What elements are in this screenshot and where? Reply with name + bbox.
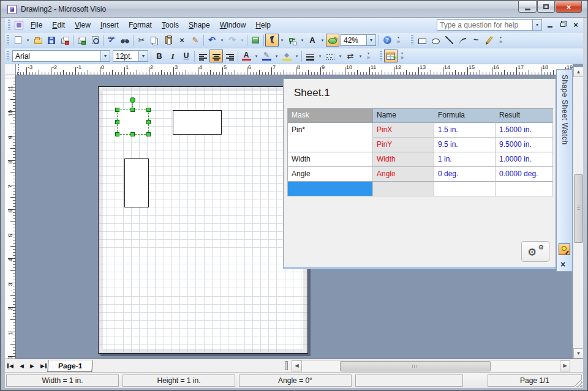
- line-color-button[interactable]: ✎: [260, 50, 273, 62]
- horizontal-scrollbar-thumb[interactable]: [340, 361, 491, 371]
- menu-help[interactable]: Help: [251, 19, 276, 31]
- line-color-button-dropdown[interactable]: ▾: [273, 50, 280, 62]
- font-color-button[interactable]: A: [239, 50, 253, 62]
- horizontal-ruler[interactable]: -3-2-1012345678910111213141516171819: [16, 64, 573, 75]
- undo-button-dropdown[interactable]: ▾: [219, 34, 225, 47]
- scroll-down-icon[interactable]: ▼: [573, 348, 583, 359]
- watch-options-button[interactable]: ⚙ ⚙: [521, 241, 549, 262]
- cell-mask[interactable]: Angle: [288, 167, 373, 182]
- print-button[interactable]: [75, 34, 88, 47]
- copy-button[interactable]: [148, 34, 162, 47]
- cell-mask[interactable]: Pin*: [288, 123, 373, 138]
- menubar-grip[interactable]: [8, 20, 10, 30]
- selection-handle-e[interactable]: [146, 120, 151, 124]
- cell-result[interactable]: 1.0000 in.: [496, 152, 553, 167]
- horizontal-scrollbar[interactable]: [302, 360, 560, 371]
- cell-formula[interactable]: 1.5 in.: [434, 123, 496, 138]
- arc-tool-button[interactable]: [456, 34, 469, 47]
- redo-button-dropdown[interactable]: ▾: [239, 34, 246, 47]
- shapesheet-watch-button[interactable]: [384, 50, 398, 62]
- watch-toolbar-options-button[interactable]: ▾»: [398, 50, 406, 62]
- freeform-tool-button[interactable]: ~: [469, 34, 483, 47]
- vertical-scrollbar-thumb[interactable]: [574, 174, 583, 243]
- text-tool-button-dropdown[interactable]: ▾: [319, 34, 326, 47]
- cell-mask[interactable]: [288, 138, 373, 152]
- fill-color-button-dropdown[interactable]: ▾: [293, 50, 300, 62]
- menu-shape[interactable]: Shape: [184, 19, 215, 31]
- line-pattern-button[interactable]: [323, 50, 337, 62]
- italic-button[interactable]: I: [166, 50, 179, 62]
- drawing-explorer-button[interactable]: [249, 34, 262, 47]
- scroll-right-icon[interactable]: ▶: [560, 360, 570, 371]
- cell-name[interactable]: PinY: [373, 138, 434, 152]
- menu-file[interactable]: File: [26, 19, 47, 31]
- font-color-button-dropdown[interactable]: ▾: [253, 50, 260, 62]
- cell-formula[interactable]: [434, 182, 496, 196]
- question-input[interactable]: [437, 21, 532, 29]
- line-ends-button-dropdown[interactable]: ▾: [357, 50, 364, 62]
- toolbar-grip[interactable]: [380, 51, 382, 61]
- pointer-tool-button[interactable]: [265, 34, 279, 47]
- minimize-button[interactable]: [518, 1, 537, 13]
- font-size-combo[interactable]: 12pt.▾: [113, 50, 148, 62]
- rectangle-tool-button[interactable]: [415, 34, 429, 47]
- titlebar[interactable]: Drawing2 - Microsoft Visio ×: [1, 1, 587, 18]
- align-left-button[interactable]: [196, 50, 209, 62]
- resize-grip[interactable]: [575, 379, 582, 387]
- cell-result[interactable]: 0.0000 deg.: [496, 167, 553, 182]
- delete-button[interactable]: ×: [175, 34, 189, 47]
- cell-result[interactable]: 9.5000 in.: [496, 138, 553, 152]
- connector-tool-button-dropdown[interactable]: ▾: [299, 34, 306, 47]
- panel-close-button[interactable]: ×: [560, 260, 565, 269]
- vertical-ruler[interactable]: 11109876543210: [5, 75, 16, 359]
- selection-handle-n[interactable]: [130, 108, 135, 112]
- cell-name[interactable]: Angle: [373, 167, 434, 182]
- cell-formula[interactable]: 9.5 in.: [434, 138, 496, 152]
- doc-close-button[interactable]: ×: [571, 20, 581, 30]
- standard-toolbar-options-button[interactable]: ▾»: [394, 34, 402, 47]
- spelling-button[interactable]: ✓: [105, 34, 118, 47]
- selection-handle-se[interactable]: [146, 132, 151, 136]
- align-right-button[interactable]: [223, 50, 236, 62]
- document-icon[interactable]: [15, 21, 23, 29]
- cut-button[interactable]: ✂: [135, 34, 148, 47]
- research-button[interactable]: [118, 34, 132, 47]
- selected-square-shape[interactable]: [117, 110, 149, 135]
- last-page-button[interactable]: ▶: [37, 360, 48, 371]
- page-tab[interactable]: Page-1: [47, 360, 93, 372]
- tab-scrollbar-splitter[interactable]: [285, 361, 288, 370]
- text-tool-button[interactable]: A: [306, 34, 319, 47]
- toolbar-grip[interactable]: [7, 51, 9, 61]
- rectangle-shape[interactable]: [173, 110, 222, 135]
- ellipse-tool-button[interactable]: [429, 34, 442, 47]
- print-preview-button[interactable]: [88, 34, 102, 47]
- drawing-page[interactable]: [98, 86, 308, 354]
- redo-button[interactable]: ↷: [225, 34, 239, 47]
- connector-tool-button[interactable]: [285, 34, 299, 47]
- cell-name[interactable]: [373, 182, 434, 196]
- line-tool-button[interactable]: [442, 34, 456, 47]
- doc-minimize-button[interactable]: [545, 20, 555, 30]
- autohide-pin-button[interactable]: [559, 244, 570, 255]
- first-page-button[interactable]: ◀: [6, 360, 17, 371]
- pencil-tool-button[interactable]: [483, 34, 496, 47]
- scroll-up-icon[interactable]: ▲: [573, 67, 583, 77]
- open-button[interactable]: [31, 34, 45, 47]
- save-button[interactable]: [45, 34, 58, 47]
- selection-handle-w[interactable]: [115, 120, 119, 124]
- vertical-scrollbar[interactable]: ▲ ▼: [573, 67, 583, 359]
- line-ends-button[interactable]: ⇄: [344, 50, 357, 62]
- menu-view[interactable]: View: [70, 19, 96, 31]
- tall-rectangle-shape[interactable]: [124, 158, 149, 207]
- align-center-button[interactable]: [209, 50, 223, 62]
- new-document-button-dropdown[interactable]: ▾: [24, 34, 31, 47]
- cell-formula[interactable]: 0 deg.: [434, 167, 496, 182]
- menu-format[interactable]: Format: [124, 19, 157, 31]
- question-box[interactable]: ▾: [437, 19, 542, 31]
- close-button[interactable]: ×: [556, 1, 582, 13]
- line-weight-button-dropdown[interactable]: ▾: [317, 50, 323, 62]
- cell-name[interactable]: Width: [373, 152, 434, 167]
- cell-result[interactable]: 1.5000 in.: [496, 123, 553, 138]
- selection-handle-nw[interactable]: [115, 108, 119, 112]
- line-weight-button[interactable]: [303, 50, 317, 62]
